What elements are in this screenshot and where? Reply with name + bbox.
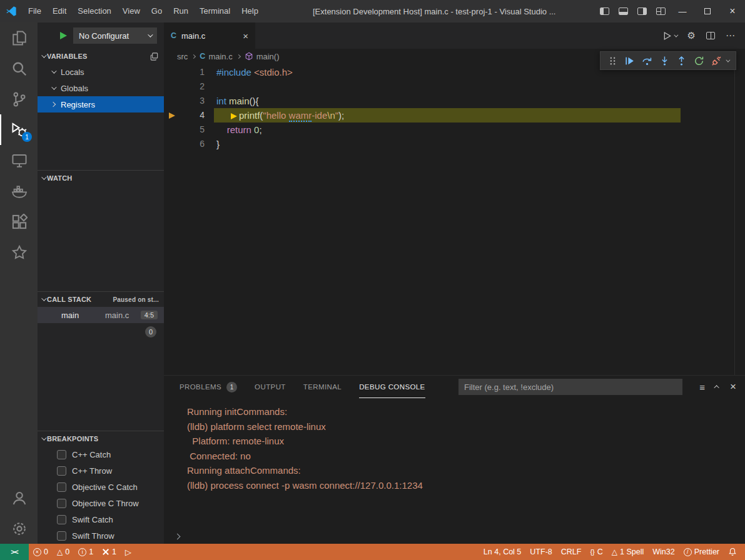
- panel-tab-debug-console[interactable]: DEBUG CONSOLE: [359, 376, 425, 398]
- variables-scope-registers[interactable]: Registers: [38, 96, 164, 112]
- console-filter-input[interactable]: [459, 379, 682, 395]
- step-out-button[interactable]: [676, 56, 687, 66]
- breakpoint-gutter-cell[interactable]: [164, 108, 180, 122]
- gutter-cell[interactable]: [164, 122, 180, 137]
- activity-item-account[interactable]: [0, 482, 38, 513]
- menu-edit[interactable]: Edit: [47, 0, 72, 22]
- maximize-panel-icon[interactable]: [714, 385, 719, 390]
- code-text[interactable]: }: [214, 137, 220, 151]
- breakpoint-item[interactable]: Objective C Throw: [38, 495, 164, 511]
- code-line-3[interactable]: 3int main(){: [164, 94, 745, 108]
- status-win32[interactable]: Win32: [648, 544, 679, 560]
- split-editor-button[interactable]: [706, 32, 715, 39]
- panel-tab-problems[interactable]: PROBLEMS1: [180, 376, 237, 398]
- code-line-5[interactable]: 5 return 0;: [164, 122, 745, 137]
- code-text[interactable]: int main(){: [214, 94, 259, 108]
- breadcrumb-item-mainc[interactable]: Cmain.c: [200, 52, 232, 61]
- menu-help[interactable]: Help: [236, 0, 264, 22]
- remote-indicator[interactable]: ><: [0, 544, 29, 560]
- activity-item-source-control[interactable]: [0, 84, 38, 114]
- menu-run[interactable]: Run: [168, 0, 194, 22]
- status-ln-4-col-5[interactable]: Ln 4, Col 5: [479, 544, 525, 560]
- activity-item-run-debug[interactable]: 1: [0, 114, 38, 145]
- menu-view[interactable]: View: [117, 0, 146, 22]
- activity-item-settings[interactable]: [0, 513, 38, 544]
- status-1-spell[interactable]: 1 Spell: [607, 544, 648, 560]
- breadcrumb-item-main[interactable]: main(): [245, 52, 280, 61]
- line-gutter[interactable]: 6: [164, 137, 214, 151]
- panel-tab-terminal[interactable]: TERMINAL: [303, 376, 342, 398]
- variables-scope-locals[interactable]: Locals: [38, 64, 164, 80]
- code-text[interactable]: #include <stdio.h>: [214, 65, 293, 79]
- start-debug-icon[interactable]: [60, 32, 67, 39]
- status-bell[interactable]: [724, 544, 741, 560]
- activity-item-docker[interactable]: [0, 176, 38, 206]
- line-gutter[interactable]: 5: [164, 122, 214, 137]
- chevron-right-icon[interactable]: [175, 534, 181, 540]
- code-text[interactable]: return 0;: [214, 122, 262, 137]
- breakpoint-checkbox[interactable]: [57, 531, 66, 541]
- call-stack-section-header[interactable]: CALL STACK Paused on st...: [38, 292, 164, 307]
- restart-button[interactable]: [694, 56, 704, 66]
- breakpoint-checkbox[interactable]: [57, 499, 66, 508]
- activity-item-search[interactable]: [0, 53, 38, 84]
- breakpoint-item[interactable]: Swift Throw: [38, 528, 164, 544]
- status-0[interactable]: ×0: [29, 544, 53, 560]
- code-area[interactable]: 1#include <stdio.h>23int main(){4printf(…: [164, 64, 745, 151]
- activity-item-star[interactable]: [0, 237, 38, 268]
- breakpoint-checkbox[interactable]: [57, 450, 66, 459]
- variables-scope-globals[interactable]: Globals: [38, 80, 164, 96]
- menu-file[interactable]: File: [23, 0, 47, 22]
- continue-button[interactable]: [624, 56, 635, 66]
- menu-selection[interactable]: Selection: [72, 0, 116, 22]
- activity-item-extensions[interactable]: [0, 206, 38, 237]
- gutter-cell[interactable]: [164, 137, 180, 151]
- status-0[interactable]: 0: [53, 544, 74, 560]
- close-window-button[interactable]: [720, 0, 745, 22]
- call-stack-frame[interactable]: mainmain.c4:5: [38, 307, 164, 323]
- run-file-button[interactable]: [662, 31, 677, 41]
- code-line-6[interactable]: 6}: [164, 137, 745, 151]
- line-gutter[interactable]: 2: [164, 79, 214, 94]
- variables-section-header[interactable]: VARIABLES: [38, 49, 164, 64]
- status-utf-8[interactable]: UTF-8: [525, 544, 556, 560]
- status-1[interactable]: 1: [98, 544, 121, 560]
- gutter-cell[interactable]: [164, 79, 180, 94]
- step-over-button[interactable]: [642, 56, 652, 66]
- breakpoints-section-header[interactable]: BREAKPOINTS: [38, 431, 164, 446]
- minimize-button[interactable]: [670, 0, 695, 22]
- breakpoint-item[interactable]: Swift Catch: [38, 511, 164, 528]
- status-crlf[interactable]: CRLF: [557, 544, 586, 560]
- line-gutter[interactable]: 1: [164, 65, 214, 79]
- toggle-sidebar-button[interactable]: [595, 0, 614, 22]
- step-into-button[interactable]: [659, 56, 670, 66]
- close-panel-icon[interactable]: [730, 381, 736, 393]
- panel-tab-output[interactable]: OUTPUT: [255, 376, 286, 398]
- menu-go[interactable]: Go: [146, 0, 168, 22]
- breakpoint-item[interactable]: C++ Throw: [38, 462, 164, 479]
- code-text[interactable]: [214, 79, 216, 94]
- activity-item-remote-explorer[interactable]: [0, 145, 38, 176]
- menu-terminal[interactable]: Terminal: [194, 0, 236, 22]
- debug-config-dropdown[interactable]: No Configurat: [73, 28, 157, 44]
- breakpoint-item[interactable]: Objective C Catch: [38, 479, 164, 495]
- code-text[interactable]: printf("hello wamr-ide\n");: [214, 108, 681, 122]
- gutter-cell[interactable]: [164, 94, 180, 108]
- line-gutter[interactable]: 3: [164, 94, 214, 108]
- disconnect-button[interactable]: [711, 56, 722, 66]
- breakpoint-item[interactable]: C++ Catch: [38, 446, 164, 462]
- code-line-2[interactable]: 2: [164, 79, 745, 94]
- line-gutter[interactable]: 4: [164, 108, 214, 122]
- breakpoint-checkbox[interactable]: [57, 482, 66, 492]
- gutter-cell[interactable]: [164, 65, 180, 79]
- tab-main-c[interactable]: C main.c: [164, 22, 255, 49]
- customize-layout-button[interactable]: [651, 0, 670, 22]
- more-actions-icon[interactable]: [726, 30, 735, 41]
- watch-section-header[interactable]: WATCH: [38, 171, 164, 186]
- output-actions-icon[interactable]: [699, 382, 705, 392]
- maximize-button[interactable]: [695, 0, 720, 22]
- breadcrumb-item-src[interactable]: src: [177, 52, 188, 61]
- toggle-panel-button[interactable]: [614, 0, 632, 22]
- toggle-secondary-sidebar-button[interactable]: [632, 0, 651, 22]
- code-line-4[interactable]: 4printf("hello wamr-ide\n");: [164, 108, 745, 122]
